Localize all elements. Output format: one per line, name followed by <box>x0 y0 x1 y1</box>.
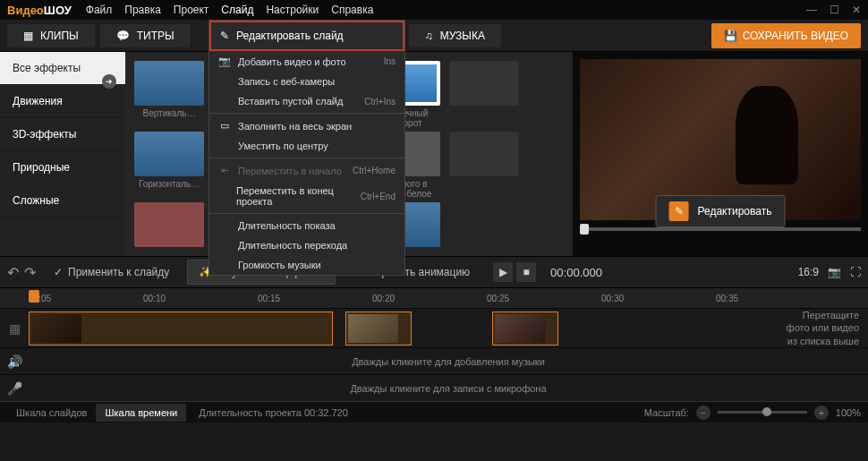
menu-bar: Файл Правка Проект Слайд Настройки Справ… <box>86 4 374 16</box>
dd-duration[interactable]: Длительность показа <box>209 216 404 235</box>
maximize-icon[interactable]: ☐ <box>830 4 839 16</box>
mic-track[interactable]: 🎤 Дважды кликните для записи с микрофона <box>0 374 868 401</box>
titles-button[interactable]: 💬 ТИТРЫ <box>100 24 191 47</box>
menu-file[interactable]: Файл <box>86 4 113 16</box>
controls-bar: ↶ ↷ ✓ Применить к слайду ✨ Случайные эфф… <box>0 256 868 288</box>
preview-seek[interactable] <box>580 227 861 231</box>
dropdown-edit-slide[interactable]: ✎ Редактировать слайд <box>209 21 404 51</box>
dd-transition[interactable]: Длительность перехода <box>209 235 404 255</box>
fullscreen-icon[interactable]: ⛶ <box>850 266 861 278</box>
dd-volume[interactable]: Громкость музыки <box>209 255 404 275</box>
film-icon: ▦ <box>23 30 33 42</box>
play-button[interactable]: ▶ <box>493 262 513 282</box>
stop-button[interactable]: ■ <box>516 262 536 282</box>
aspect-ratio[interactable]: 16:9 <box>798 266 819 278</box>
dd-add-media[interactable]: 📷Добавить видео и фотоIns <box>209 51 404 72</box>
effect-thumb[interactable] <box>134 202 204 247</box>
timeline-ruler[interactable]: 00:05 00:10 00:15 00:20 00:25 00:30 00:3… <box>0 288 868 308</box>
sidebar-nature[interactable]: Природные <box>0 151 125 184</box>
timeline-clip[interactable] <box>29 312 333 346</box>
slide-dropdown: ✎ Редактировать слайд 📷Добавить видео и … <box>208 20 405 276</box>
timeline-hint: Перетащите фото или видео из списка выше <box>787 309 859 347</box>
sidebar-complex[interactable]: Сложные <box>0 184 125 218</box>
zoom-out-button[interactable]: − <box>696 406 711 420</box>
titlebar: ВидеоШОУ Файл Правка Проект Слайд Настро… <box>0 0 868 20</box>
timeline-clip[interactable] <box>492 312 558 346</box>
app-logo: ВидеоШОУ <box>7 4 72 17</box>
timeline: 00:05 00:10 00:15 00:20 00:25 00:30 00:3… <box>0 288 868 401</box>
speech-icon: 💬 <box>116 30 130 42</box>
pencil-icon: ✎ <box>220 30 229 42</box>
effect-thumb[interactable]: Горизонталь… <box>134 132 204 199</box>
effects-sidebar: Все эффекты Движения 3D-эффекты Природны… <box>0 52 125 256</box>
effect-thumb[interactable]: Вертикаль… <box>134 61 204 128</box>
project-duration: Длительность проекта 00:32.720 <box>199 407 348 418</box>
apply-to-slide-button[interactable]: ✓ Применить к слайду <box>43 260 180 284</box>
dd-center[interactable]: Уместить по центру <box>209 136 404 156</box>
speaker-icon: 🔊 <box>0 354 29 369</box>
menu-edit[interactable]: Правка <box>124 4 161 16</box>
save-video-button[interactable]: 💾 СОХРАНИТЬ ВИДЕО <box>711 23 861 48</box>
dd-webcam[interactable]: Запись с веб-камеры <box>209 72 404 91</box>
sidebar-3d[interactable]: 3D-эффекты <box>0 118 125 151</box>
dd-empty-slide[interactable]: Вставить пустой слайдCtrl+Ins <box>209 91 404 111</box>
undo-icon[interactable]: ↶ <box>7 264 19 281</box>
edit-slide-button[interactable]: ✎ Редактировать <box>656 195 786 227</box>
dd-move-start: ⇤Переместить в началоCtrl+Home <box>209 160 404 181</box>
tab-slide-scale[interactable]: Шкала слайдов <box>7 404 96 422</box>
music-icon: ♫ <box>425 30 433 42</box>
camera-icon[interactable]: 📷 <box>828 266 841 278</box>
playhead[interactable] <box>29 290 39 303</box>
pencil-icon: ✎ <box>669 201 689 221</box>
fullscreen-icon: ▭ <box>218 120 231 132</box>
timecode: 00:00.000 <box>550 266 602 279</box>
music-button[interactable]: ♫ МУЗЫКА <box>409 24 501 47</box>
camera-icon: 📷 <box>218 55 231 67</box>
menu-settings[interactable]: Настройки <box>266 4 319 16</box>
zoom-value: 100% <box>836 407 861 418</box>
sidebar-all-effects[interactable]: Все эффекты <box>0 52 125 85</box>
effect-thumb[interactable] <box>449 132 519 199</box>
menu-project[interactable]: Проект <box>174 4 209 16</box>
video-track-icon: ▦ <box>0 321 29 336</box>
zoom-slider[interactable] <box>718 411 807 414</box>
clips-button[interactable]: ▦ КЛИПЫ <box>7 24 95 47</box>
dd-move-end[interactable]: Переместить в конец проектаCtrl+End <box>209 181 404 211</box>
window-controls: — ☐ ✕ <box>806 4 861 16</box>
preview-panel: ✎ Редактировать <box>573 52 868 256</box>
save-icon: 💾 <box>724 30 737 42</box>
audio-track[interactable]: 🔊 Дважды кликните для добавления музыки <box>0 347 868 374</box>
tab-timeline[interactable]: Шкала времени <box>96 404 186 422</box>
toolbar: ▦ КЛИПЫ 💬 ТИТРЫ ♫ МУЗЫКА 💾 СОХРАНИТЬ ВИД… <box>0 20 868 52</box>
footer: Шкала слайдов Шкала времени Длительность… <box>0 401 868 423</box>
sidebar-motion[interactable]: Движения <box>0 85 125 118</box>
redo-icon[interactable]: ↷ <box>24 264 36 281</box>
effect-thumb[interactable] <box>449 61 519 128</box>
dd-fullscreen[interactable]: ▭Заполнить на весь экран <box>209 115 404 136</box>
menu-help[interactable]: Справка <box>331 4 373 16</box>
menu-slide[interactable]: Слайд <box>221 4 253 16</box>
check-icon: ✓ <box>54 266 63 278</box>
timeline-clip[interactable] <box>345 312 412 346</box>
minimize-icon[interactable]: — <box>806 4 817 16</box>
move-start-icon: ⇤ <box>218 165 231 176</box>
mic-icon: 🎤 <box>0 381 29 396</box>
main-area: Все эффекты Движения 3D-эффекты Природны… <box>0 52 868 256</box>
video-track: ▦ Перетащите фото или видео из списка вы… <box>0 308 868 347</box>
close-icon[interactable]: ✕ <box>852 4 861 16</box>
zoom-label: Масштаб: <box>644 407 689 418</box>
zoom-in-button[interactable]: + <box>814 406 829 420</box>
